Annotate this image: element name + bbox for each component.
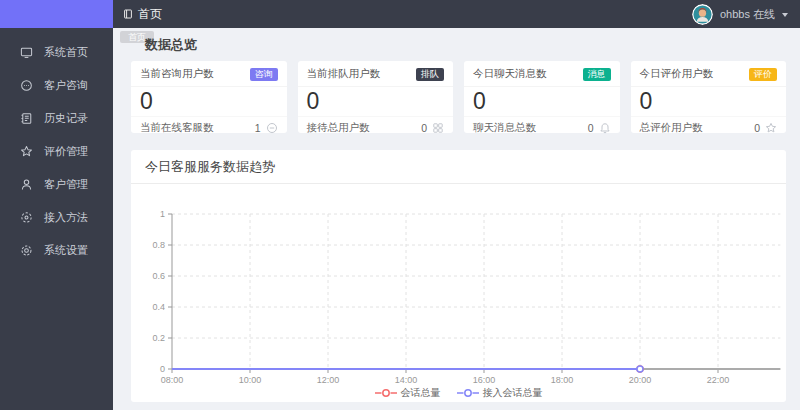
card-footer: 接待总用户数 0: [298, 116, 454, 141]
sidebar-item-customer-manage[interactable]: 客户管理: [0, 168, 113, 201]
footer-label: 总评价用户数: [640, 121, 703, 135]
footer-value-group: 0: [754, 122, 777, 134]
sidebar-item-label: 系统首页: [44, 45, 88, 60]
footer-value: 0: [421, 122, 427, 134]
avatar: [692, 4, 713, 25]
star-outline-icon: [765, 122, 777, 134]
stat-value: 0: [631, 87, 787, 116]
svg-text:0.2: 0.2: [152, 333, 165, 343]
footer-value: 1: [255, 122, 261, 134]
main-content: 首页 数据总览 当前咨询用户数 咨询 0 当前在线客服数 1 当前排队用户: [113, 28, 800, 410]
svg-text:22:00: 22:00: [707, 375, 730, 384]
legend-label: 接入会话总量: [483, 386, 543, 400]
card-header: 今日评价用户数 评价: [631, 61, 787, 87]
star-icon: [20, 145, 33, 158]
stat-cards-row: 当前咨询用户数 咨询 0 当前在线客服数 1 当前排队用户数 排队 0: [131, 61, 786, 133]
footer-value: 0: [588, 122, 594, 134]
legend-item-total-sessions[interactable]: 会话总量: [375, 386, 441, 400]
card-header: 今日聊天消息数 消息: [464, 61, 620, 87]
chat-circle-icon: [20, 79, 33, 92]
sidebar-item-access-method[interactable]: 接入方法: [0, 201, 113, 234]
trend-chart-card: 今日客服服务数据趋势 00.20.40.60.8108:0010:0012:00…: [131, 150, 786, 402]
svg-text:0.6: 0.6: [152, 271, 165, 281]
svg-text:18:00: 18:00: [551, 375, 574, 384]
svg-text:12:00: 12:00: [317, 375, 340, 384]
footer-label: 聊天消息总数: [473, 121, 536, 135]
stat-card-rating-users: 今日评价用户数 评价 0 总评价用户数 0: [631, 61, 787, 133]
svg-text:0.8: 0.8: [152, 240, 165, 250]
sidebar-item-label: 系统设置: [44, 243, 88, 258]
card-footer: 聊天消息总数 0: [464, 116, 620, 141]
badge-queue: 排队: [416, 68, 444, 81]
badge-rating: 评价: [749, 68, 777, 81]
logo-block[interactable]: [0, 0, 113, 28]
user-icon: [20, 178, 33, 191]
sidebar-menu: 系统首页 客户咨询 历史记录 评价管理: [0, 28, 113, 267]
stat-card-chat-messages: 今日聊天消息数 消息 0 聊天消息总数 0: [464, 61, 620, 133]
card-footer: 当前在线客服数 1: [131, 116, 287, 141]
card-title: 当前排队用户数: [307, 67, 381, 81]
footer-value-group: 0: [421, 122, 444, 134]
sidebar-item-label: 客户管理: [44, 177, 88, 192]
trend-line-chart: 00.20.40.60.8108:0010:0012:0014:0016:001…: [131, 184, 786, 384]
monitor-icon: [20, 46, 33, 59]
svg-text:0: 0: [160, 364, 165, 374]
chart-title: 今日客服服务数据趋势: [131, 150, 786, 184]
chevron-down-icon: [782, 13, 788, 17]
sidebar-item-system-home[interactable]: 系统首页: [0, 36, 113, 69]
chart-legend: 会话总量 接入会话总量: [131, 386, 786, 400]
card-title: 今日评价用户数: [640, 67, 714, 81]
card-title: 今日聊天消息数: [473, 67, 547, 81]
notebook-icon: [20, 112, 33, 125]
spinner-icon: [20, 211, 33, 224]
sidebar-item-customer-consult[interactable]: 客户咨询: [0, 69, 113, 102]
badge-consult: 咨询: [250, 68, 278, 81]
svg-text:08:00: 08:00: [161, 375, 184, 384]
book-icon: [123, 9, 133, 19]
legend-label: 会话总量: [401, 386, 441, 400]
sidebar-item-system-settings[interactable]: 系统设置: [0, 234, 113, 267]
badge-message: 消息: [583, 68, 611, 81]
svg-text:1: 1: [160, 209, 165, 219]
footer-value-group: 1: [255, 122, 278, 134]
stat-value: 0: [298, 87, 454, 116]
card-header: 当前咨询用户数 咨询: [131, 61, 287, 87]
user-menu[interactable]: ohbbs 在线: [692, 4, 788, 25]
stat-value: 0: [131, 87, 287, 116]
sidebar-item-label: 接入方法: [44, 210, 88, 225]
card-footer: 总评价用户数 0: [631, 116, 787, 141]
footer-label: 当前在线客服数: [140, 121, 214, 135]
sidebar-item-history[interactable]: 历史记录: [0, 102, 113, 135]
line-marker-icon: [457, 388, 479, 398]
legend-item-connected-sessions[interactable]: 接入会话总量: [457, 386, 543, 400]
gear-icon: [20, 244, 33, 257]
footer-value-group: 0: [588, 122, 611, 134]
line-marker-icon: [375, 388, 397, 398]
users-grid-icon: [432, 122, 444, 134]
svg-text:10:00: 10:00: [239, 375, 262, 384]
dialogue-icon: [266, 122, 278, 134]
footer-label: 接待总用户数: [307, 121, 370, 135]
sidebar-item-label: 历史记录: [44, 111, 88, 126]
card-header: 当前排队用户数 排队: [298, 61, 454, 87]
card-title: 当前咨询用户数: [140, 67, 214, 81]
stat-card-consulting-users: 当前咨询用户数 咨询 0 当前在线客服数 1: [131, 61, 287, 133]
footer-value: 0: [754, 122, 760, 134]
svg-text:0.4: 0.4: [152, 302, 165, 312]
stat-card-queue-users: 当前排队用户数 排队 0 接待总用户数 0: [298, 61, 454, 133]
bell-icon: [599, 122, 611, 134]
sidebar-item-rating-manage[interactable]: 评价管理: [0, 135, 113, 168]
top-header: 首页 ohbbs 在线: [113, 0, 800, 28]
breadcrumb[interactable]: 首页: [123, 6, 162, 23]
sidebar: 系统首页 客户咨询 历史记录 评价管理: [0, 0, 113, 410]
stat-value: 0: [464, 87, 620, 116]
sidebar-item-label: 客户咨询: [44, 78, 88, 93]
svg-text:20:00: 20:00: [629, 375, 652, 384]
section-title: 数据总览: [145, 36, 197, 54]
sidebar-item-label: 评价管理: [44, 144, 88, 159]
page-title: 首页: [138, 6, 162, 23]
svg-text:16:00: 16:00: [473, 375, 496, 384]
username-label: ohbbs 在线: [720, 7, 775, 22]
svg-text:14:00: 14:00: [395, 375, 418, 384]
